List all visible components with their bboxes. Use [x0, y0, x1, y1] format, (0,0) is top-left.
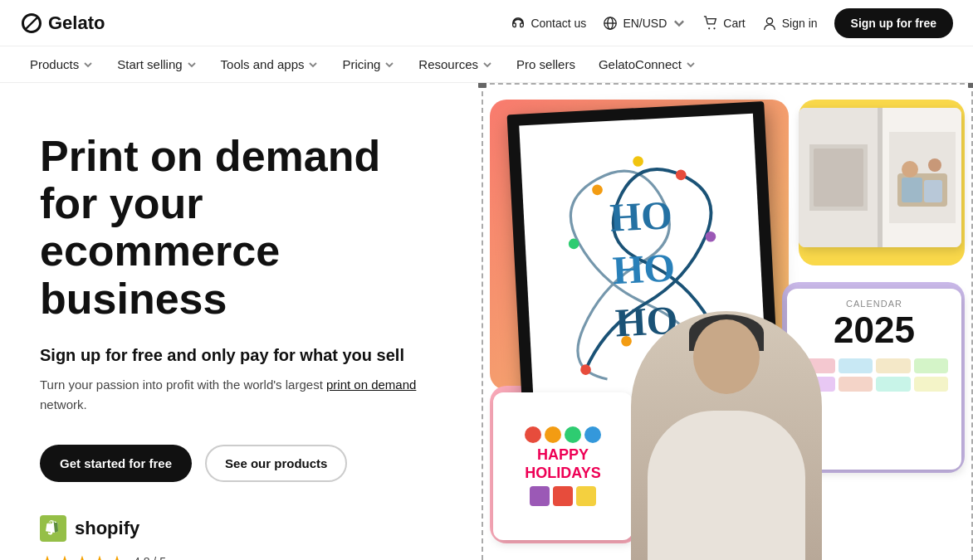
- svg-point-15: [676, 169, 687, 180]
- start-selling-chevron-icon: [186, 59, 198, 71]
- products-chevron-icon: [82, 59, 94, 71]
- cal-dot-2: [839, 358, 873, 373]
- hero-body: Turn your passion into profit with the w…: [40, 375, 432, 415]
- star-5: ★: [110, 552, 125, 560]
- holiday-card: HAPPY HOLIDAYS: [493, 392, 633, 540]
- holiday-text: HAPPY HOLIDAYS: [525, 446, 600, 482]
- h-dot-4: [584, 426, 601, 443]
- holiday-deco-top: [525, 426, 601, 443]
- cart-link[interactable]: Cart: [703, 16, 745, 31]
- star-2: ★: [57, 552, 72, 560]
- shopify-label: shopify: [75, 518, 139, 539]
- brand-name: Gelato: [48, 12, 105, 34]
- star-rating: ★ ★ ★ ★ ★ 4.8 / 5: [40, 552, 432, 560]
- nav-item-tools[interactable]: Tools and apps: [211, 52, 330, 76]
- see-products-button[interactable]: See our products: [205, 445, 347, 482]
- svg-text:HO: HO: [609, 192, 673, 240]
- svg-point-3: [708, 27, 710, 29]
- shopify-badge: shopify: [40, 515, 432, 542]
- svg-rect-25: [902, 178, 922, 202]
- main-nav: Products Start selling Tools and apps Pr…: [0, 46, 973, 83]
- get-started-button[interactable]: Get started for free: [40, 445, 192, 482]
- calendar-header: CALENDAR: [800, 299, 948, 309]
- calendar-decoration: [800, 358, 948, 392]
- tools-chevron-icon: [307, 59, 319, 71]
- svg-rect-20: [814, 149, 863, 207]
- globe-icon: [603, 16, 618, 31]
- cal-dot-3: [876, 358, 911, 373]
- gelato-connect-chevron-icon: [685, 59, 697, 71]
- calendar-year: 2025: [800, 310, 948, 350]
- person-hoodie: [648, 411, 805, 560]
- main-content: Print on demand for your ecommerce busin…: [0, 83, 973, 560]
- h-dot-2: [545, 426, 561, 443]
- cal-dot-6: [839, 377, 873, 392]
- nav-item-products[interactable]: Products: [20, 52, 104, 76]
- svg-point-5: [766, 17, 772, 23]
- book-photo-left: [809, 144, 868, 211]
- svg-point-18: [633, 156, 643, 167]
- headset-icon: [511, 16, 526, 31]
- dashed-border-top: [482, 83, 973, 85]
- svg-point-14: [592, 184, 603, 195]
- resources-chevron-icon: [482, 59, 493, 71]
- cal-dot-7: [876, 377, 911, 392]
- book-left-page: [799, 108, 878, 247]
- signup-button[interactable]: Sign up for free: [834, 8, 953, 38]
- hero-subtitle: Sign up for free and only pay for what y…: [40, 346, 432, 365]
- product-collage: HO HO HO: [465, 83, 973, 560]
- signin-link[interactable]: Sign in: [762, 16, 818, 31]
- star-3: ★: [75, 552, 90, 560]
- person-head: [693, 319, 760, 394]
- h-dot-3: [565, 426, 581, 443]
- person-product-image: [631, 311, 822, 560]
- star-4: ★: [92, 552, 107, 560]
- rating-value: 4.8 / 5: [134, 555, 166, 560]
- holiday-deco-bottom: [530, 486, 596, 506]
- h-dot-1: [525, 426, 541, 443]
- hero-section: Print on demand for your ecommerce busin…: [0, 83, 465, 560]
- photo-book: [799, 108, 961, 247]
- locale-chevron-icon: [672, 16, 687, 31]
- nav-item-pricing[interactable]: Pricing: [332, 52, 405, 76]
- topbar: Gelato Contact us EN/USD Cart Sign in Si…: [0, 0, 973, 46]
- dashed-border-left: [482, 83, 483, 560]
- nav-item-pro-sellers[interactable]: Pro sellers: [506, 52, 585, 76]
- user-icon: [762, 16, 777, 31]
- cal-dot-4: [914, 358, 949, 373]
- svg-point-24: [928, 158, 941, 172]
- star-1: ★: [40, 552, 55, 560]
- corner-marker-tr: [968, 83, 973, 88]
- photo-book-inner: [799, 108, 961, 247]
- pricing-chevron-icon: [384, 59, 395, 71]
- nav-item-resources[interactable]: Resources: [408, 52, 503, 76]
- contact-link[interactable]: Contact us: [511, 16, 586, 31]
- gelato-logo-icon: [20, 12, 43, 35]
- corner-marker-tl: [478, 83, 486, 88]
- svg-rect-26: [924, 180, 942, 202]
- book-photo-right: [889, 132, 956, 223]
- cta-buttons: Get started for free See our products: [40, 445, 432, 482]
- svg-point-23: [902, 161, 918, 178]
- topbar-actions: Contact us EN/USD Cart Sign in Sign up f…: [511, 8, 953, 38]
- nav-item-start-selling[interactable]: Start selling: [107, 52, 207, 76]
- person-silhouette: [631, 311, 822, 560]
- svg-point-4: [714, 27, 716, 29]
- cal-dot-8: [914, 377, 949, 392]
- hero-title: Print on demand for your ecommerce busin…: [40, 133, 432, 323]
- book-right-page: [883, 108, 961, 247]
- hero-collage: HO HO HO: [465, 83, 973, 560]
- logo-area: Gelato: [20, 12, 105, 35]
- h-dot-5: [530, 486, 550, 506]
- h-dot-6: [553, 486, 573, 506]
- holiday-card-inner: HAPPY HOLIDAYS: [493, 392, 633, 540]
- locale-selector[interactable]: EN/USD: [603, 16, 687, 31]
- shopify-bag-icon: [40, 515, 66, 542]
- svg-text:HO: HO: [612, 245, 677, 292]
- cart-icon: [703, 16, 718, 31]
- pod-link[interactable]: print on demand: [326, 377, 416, 392]
- h-dot-7: [576, 486, 596, 506]
- nav-item-gelato-connect[interactable]: GelatoConnect: [589, 52, 707, 76]
